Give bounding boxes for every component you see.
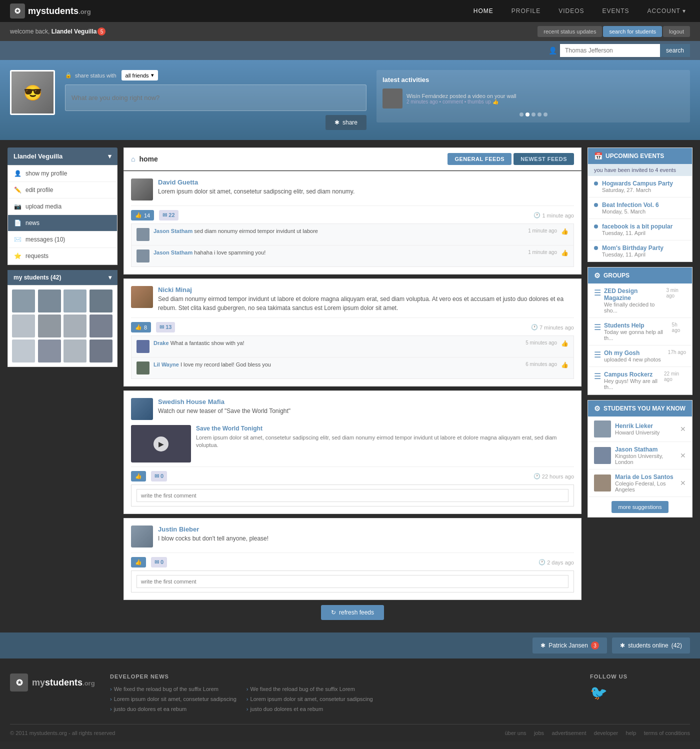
share-button[interactable]: ✱ share bbox=[326, 115, 366, 130]
comment-like-btn[interactable]: 👍 bbox=[561, 362, 568, 368]
sidebar-item-edit[interactable]: ✏️ edit profile bbox=[8, 182, 117, 198]
logo-icon: ✪ bbox=[10, 4, 25, 18]
student-thumb-12[interactable] bbox=[90, 340, 112, 362]
footer-link-help[interactable]: help bbox=[626, 730, 636, 736]
group-name[interactable]: Oh my Gosh bbox=[604, 350, 661, 356]
student-thumb-11[interactable] bbox=[64, 340, 86, 362]
tab-newest[interactable]: NEWEST FEEDS bbox=[514, 153, 574, 165]
comment-input[interactable] bbox=[136, 489, 568, 502]
comment-author[interactable]: Jason Statham bbox=[154, 250, 192, 256]
sidebar-item-requests[interactable]: ⭐ requests bbox=[8, 248, 117, 264]
avatar-image: 😎 bbox=[12, 72, 54, 114]
search-button[interactable]: search bbox=[660, 44, 690, 57]
comment-author[interactable]: Lil Wayne bbox=[154, 362, 179, 368]
group-text: Hey guys! Why are all th... bbox=[604, 378, 661, 390]
like-button[interactable]: 👍 14 bbox=[131, 210, 154, 220]
event-name[interactable]: Mom's Birthday Party bbox=[602, 244, 664, 252]
know-name[interactable]: Jason Statham bbox=[615, 446, 676, 453]
nav-videos[interactable]: VIDEOS bbox=[554, 6, 588, 16]
event-dot bbox=[594, 203, 598, 207]
footer-link-ad[interactable]: advertisement bbox=[552, 730, 586, 736]
sidebar-item-upload[interactable]: 📷 upload media bbox=[8, 198, 117, 215]
group-name[interactable]: Students Help bbox=[604, 322, 669, 329]
close-button[interactable]: ✕ bbox=[680, 479, 686, 487]
video-embed: ▶ Save the World Tonight Lorem ipsum dol… bbox=[131, 425, 574, 462]
news-link-3[interactable]: justo duo dolores et ea rebum bbox=[110, 704, 236, 714]
news-link-6[interactable]: justo duo dolores et ea rebum bbox=[246, 704, 373, 714]
nav-events[interactable]: EVENTS bbox=[598, 6, 634, 16]
news-link-2[interactable]: Lorem ipsum dolor sit amet, consetetur s… bbox=[110, 694, 236, 704]
messages-icon: ✉️ bbox=[14, 236, 22, 243]
student-thumb-7[interactable] bbox=[64, 314, 86, 338]
student-thumb-5[interactable] bbox=[12, 314, 35, 338]
welcome-bar: welcome back, Llandel Veguilla5 recent s… bbox=[0, 22, 700, 41]
chat-button[interactable]: ✱ Patrick Jansen 3 bbox=[532, 638, 607, 654]
sidebar-chevron[interactable]: ▾ bbox=[108, 152, 112, 160]
news-link-5[interactable]: Lorem ipsum dolor sit amet, consetetur s… bbox=[246, 694, 373, 704]
sidebar-item-news[interactable]: 📄 news bbox=[8, 215, 117, 232]
comment-input[interactable] bbox=[136, 575, 568, 588]
student-thumb-3[interactable] bbox=[64, 290, 86, 312]
students-online-btn[interactable]: ✱ students online (42) bbox=[612, 638, 690, 654]
post-author[interactable]: Justin Bieber bbox=[158, 526, 574, 533]
event-dot bbox=[594, 182, 598, 186]
nav-account[interactable]: ACCOUNT ▾ bbox=[644, 6, 690, 16]
search-students-btn[interactable]: search for students bbox=[603, 26, 662, 37]
footer-link-jobs[interactable]: jobs bbox=[534, 730, 544, 736]
know-name[interactable]: Maria de Los Santos bbox=[615, 474, 676, 480]
search-input[interactable] bbox=[560, 44, 660, 57]
post-author[interactable]: David Guetta bbox=[158, 178, 574, 186]
twitter-icon[interactable]: 🐦 bbox=[590, 684, 690, 701]
recent-status-btn[interactable]: recent status updates bbox=[538, 26, 602, 37]
comment-like-btn[interactable]: 👍 bbox=[561, 340, 568, 347]
sidebar-item-messages[interactable]: ✉️ messages (10) bbox=[8, 232, 117, 248]
share-dropdown[interactable]: all friends ▾ bbox=[122, 70, 158, 80]
comment-author[interactable]: Jason Statham bbox=[154, 228, 192, 234]
post-author[interactable]: Nicki Minaj bbox=[158, 286, 574, 294]
logout-btn[interactable]: logout bbox=[663, 26, 690, 37]
footer-link-terms[interactable]: terms of conditions bbox=[644, 730, 690, 736]
close-button[interactable]: ✕ bbox=[680, 452, 686, 460]
like-button[interactable]: 👍 8 bbox=[131, 322, 151, 332]
like-button[interactable]: 👍 bbox=[131, 471, 146, 482]
more-suggestions-btn[interactable]: more suggestions bbox=[612, 501, 669, 513]
event-name[interactable]: Hogwards Campus Party bbox=[602, 180, 673, 187]
student-thumb-8[interactable] bbox=[90, 314, 112, 338]
group-name[interactable]: ZED Design Magazine bbox=[604, 288, 663, 302]
nav-profile[interactable]: PROFILE bbox=[508, 6, 544, 16]
student-thumb-6[interactable] bbox=[38, 314, 61, 338]
comment-author[interactable]: Drake bbox=[154, 340, 169, 346]
footer-link-dev[interactable]: developer bbox=[594, 730, 618, 736]
student-thumb-10[interactable] bbox=[38, 340, 61, 362]
comment-like-btn[interactable]: 👍 bbox=[561, 228, 568, 235]
play-button[interactable]: ▶ bbox=[154, 436, 168, 452]
sidebar-item-profile[interactable]: 👤 show my profile bbox=[8, 166, 117, 182]
tab-general[interactable]: GENERAL FEEDS bbox=[448, 153, 512, 165]
student-thumb-9[interactable] bbox=[12, 340, 35, 362]
news-link-1[interactable]: We fixed the reload bug of the suffix Lo… bbox=[110, 684, 236, 694]
group-name[interactable]: Campus Rockerz bbox=[604, 371, 661, 378]
event-name[interactable]: Beat Infection Vol. 6 bbox=[602, 202, 659, 208]
know-name[interactable]: Henrik Lieker bbox=[615, 422, 676, 430]
like-button[interactable]: 👍 bbox=[131, 557, 146, 568]
activity-author[interactable]: Wisín Fernández bbox=[406, 93, 448, 99]
students-chevron[interactable]: ▾ bbox=[108, 274, 112, 281]
footer-link-uber[interactable]: über uns bbox=[505, 730, 526, 736]
student-thumb-2[interactable] bbox=[38, 290, 61, 312]
student-thumb-1[interactable] bbox=[12, 290, 35, 312]
video-thumbnail[interactable]: ▶ bbox=[131, 425, 191, 462]
event-name[interactable]: facebook is a bit popular bbox=[602, 223, 672, 230]
post-author[interactable]: Swedish House Mafia bbox=[158, 398, 574, 406]
event-date: Saturday, 27. March bbox=[602, 187, 673, 193]
student-thumb-4[interactable] bbox=[90, 290, 112, 312]
video-title[interactable]: Save the World Tonight bbox=[196, 425, 574, 432]
commenter-avatar bbox=[136, 250, 150, 262]
upload-icon: 📷 bbox=[14, 203, 22, 210]
close-button[interactable]: ✕ bbox=[680, 425, 686, 433]
comment-like-btn[interactable]: 👍 bbox=[561, 250, 568, 256]
status-input[interactable] bbox=[65, 84, 366, 111]
nav-home[interactable]: HOME bbox=[470, 6, 498, 16]
refresh-feeds-btn[interactable]: ↻ refresh feeds bbox=[321, 605, 384, 620]
news-link-4[interactable]: We fixed the reload bug of the suffix Lo… bbox=[246, 684, 373, 694]
bottom-bar: ✱ Patrick Jansen 3 ✱ students online (42… bbox=[0, 632, 700, 658]
